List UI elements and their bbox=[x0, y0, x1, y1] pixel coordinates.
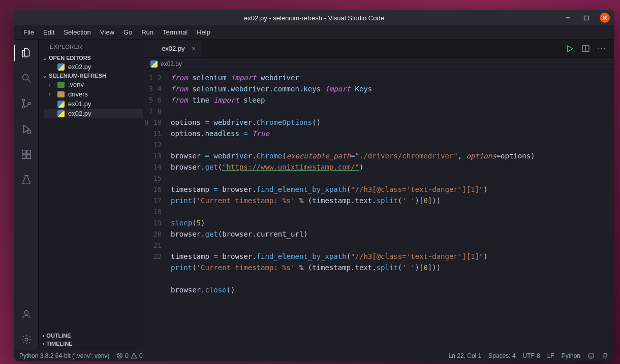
search-icon[interactable] bbox=[14, 68, 39, 88]
svg-rect-8 bbox=[22, 150, 25, 154]
explorer-panel: EXPLORER ⌄ OPEN EDITORS ex02.py ⌄ SELENI… bbox=[39, 40, 143, 350]
status-problems[interactable]: 0 0 bbox=[116, 352, 142, 359]
svg-point-5 bbox=[22, 106, 25, 108]
outline-header[interactable]: › OUTLINE bbox=[39, 332, 143, 340]
tree-folder-drivers[interactable]: › drivers bbox=[44, 89, 143, 99]
editor-content[interactable]: 1 2 3 4 5 6 7 8 9 10 11 12 13 14 15 16 1… bbox=[143, 70, 614, 350]
title-bar: ex02.py - selenium-refresh - Visual Stud… bbox=[14, 10, 614, 25]
svg-point-12 bbox=[24, 311, 28, 314]
source-control-icon[interactable] bbox=[14, 93, 39, 114]
maximize-button[interactable] bbox=[581, 13, 591, 22]
tab-bar: ex02.py × ··· bbox=[143, 40, 614, 58]
svg-line-3 bbox=[27, 80, 30, 83]
open-editors-header[interactable]: ⌄ OPEN EDITORS bbox=[39, 54, 143, 62]
menu-help[interactable]: Help bbox=[193, 26, 214, 38]
menu-file[interactable]: File bbox=[19, 26, 38, 38]
folder-icon bbox=[57, 91, 65, 97]
breadcrumb[interactable]: ex02.py bbox=[143, 58, 614, 70]
files-icon[interactable] bbox=[14, 43, 39, 63]
menu-edit[interactable]: Edit bbox=[39, 26, 58, 38]
status-bar: Python 3.8.2 64-bit ('.venv': venv) 0 0 … bbox=[14, 350, 614, 361]
svg-rect-11 bbox=[26, 155, 30, 158]
timeline-header[interactable]: › TIMELINE bbox=[39, 340, 143, 348]
svg-point-7 bbox=[27, 130, 30, 133]
extensions-icon[interactable] bbox=[14, 144, 39, 164]
run-file-icon[interactable] bbox=[565, 44, 574, 53]
open-editor-item[interactable]: ex02.py bbox=[44, 62, 143, 72]
menu-run[interactable]: Run bbox=[137, 26, 158, 38]
status-encoding[interactable]: UTF-8 bbox=[523, 352, 540, 359]
menu-selection[interactable]: Selection bbox=[59, 26, 95, 38]
status-cursor[interactable]: Ln 22, Col 1 bbox=[449, 352, 482, 359]
svg-point-4 bbox=[22, 99, 25, 102]
svg-point-17 bbox=[588, 353, 594, 358]
status-feedback-icon[interactable] bbox=[587, 352, 595, 359]
settings-icon[interactable] bbox=[14, 329, 39, 350]
svg-point-13 bbox=[25, 338, 28, 341]
python-icon bbox=[57, 110, 65, 117]
svg-rect-10 bbox=[22, 155, 25, 158]
python-icon bbox=[57, 101, 65, 108]
python-icon bbox=[150, 60, 158, 68]
split-editor-icon[interactable] bbox=[581, 44, 590, 53]
svg-point-6 bbox=[28, 103, 30, 105]
close-tab-icon[interactable]: × bbox=[192, 45, 196, 52]
close-button[interactable] bbox=[600, 13, 610, 23]
activity-bar bbox=[14, 40, 39, 350]
svg-rect-9 bbox=[26, 150, 30, 154]
svg-point-2 bbox=[22, 75, 28, 80]
menu-bar: File Edit Selection View Go Run Terminal… bbox=[14, 25, 614, 40]
code-text[interactable]: from selenium import webdriver from sele… bbox=[168, 70, 535, 350]
menu-go[interactable]: Go bbox=[119, 26, 136, 38]
run-debug-icon[interactable] bbox=[14, 119, 39, 139]
more-actions-icon[interactable]: ··· bbox=[597, 44, 607, 53]
minimize-button[interactable] bbox=[563, 13, 572, 22]
vscode-window: ex02.py - selenium-refresh - Visual Stud… bbox=[14, 10, 614, 361]
project-header[interactable]: ⌄ SELENIUM-REFRESH bbox=[39, 72, 143, 80]
line-gutter: 1 2 3 4 5 6 7 8 9 10 11 12 13 14 15 16 1… bbox=[143, 70, 168, 350]
folder-icon bbox=[57, 82, 65, 88]
status-indent[interactable]: Spaces: 4 bbox=[488, 352, 515, 359]
svg-rect-1 bbox=[584, 16, 588, 20]
test-icon[interactable] bbox=[14, 170, 39, 190]
status-lang[interactable]: Python bbox=[562, 352, 580, 359]
tree-file-ex01[interactable]: ex01.py bbox=[44, 99, 143, 109]
tree-file-ex02[interactable]: ex02.py bbox=[44, 109, 143, 118]
tab-ex02[interactable]: ex02.py × bbox=[143, 40, 202, 57]
account-icon[interactable] bbox=[14, 304, 39, 324]
python-icon bbox=[57, 63, 65, 71]
editor-area: ex02.py × ··· ex02.py 1 2 3 4 bbox=[143, 40, 614, 350]
tree-folder-venv[interactable]: › .venv bbox=[44, 80, 143, 89]
status-python[interactable]: Python 3.8.2 64-bit ('.venv': venv) bbox=[19, 352, 109, 359]
explorer-title: EXPLORER bbox=[39, 40, 143, 54]
status-eol[interactable]: LF bbox=[547, 352, 554, 359]
status-bell-icon[interactable] bbox=[602, 352, 609, 359]
window-title: ex02.py - selenium-refresh - Visual Stud… bbox=[244, 14, 384, 22]
menu-view[interactable]: View bbox=[96, 26, 118, 38]
menu-terminal[interactable]: Terminal bbox=[159, 26, 192, 38]
